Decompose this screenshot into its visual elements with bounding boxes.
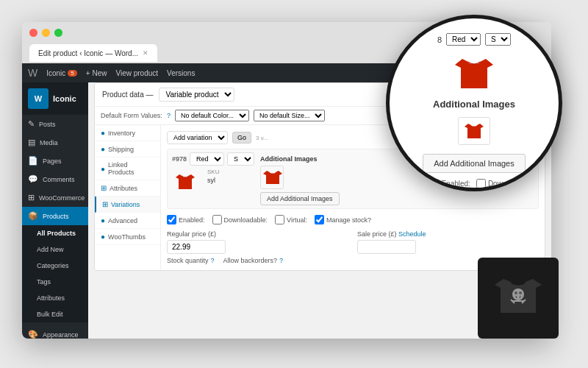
enabled-label: Enabled: (179, 216, 205, 224)
woocommerce-icon: ⊞ (28, 193, 35, 202)
adminbar-new[interactable]: + New (86, 69, 107, 77)
variation-selects: #978 Red S (172, 152, 254, 166)
adminbar-versions[interactable]: Versions (167, 69, 195, 77)
appearance-icon: 🎨 (28, 330, 38, 339)
magnify-small-shirt-svg (461, 118, 487, 144)
products-icon: 📦 (28, 211, 38, 221)
downloadable-checkbox[interactable] (212, 215, 222, 224)
variation-body: SKU syl (172, 169, 254, 198)
minimize-button[interactable] (42, 29, 50, 37)
media-icon: ▤ (28, 138, 35, 147)
enabled-checkbox[interactable] (167, 215, 176, 224)
posts-icon: ✎ (28, 119, 35, 129)
allow-backorders-label: Allow backorders? (223, 257, 278, 264)
add-additional-images-button[interactable]: Add Additional Images (260, 192, 340, 205)
attributes-icon: ⊞ (101, 184, 107, 192)
submenu-all-products[interactable]: All Products (22, 225, 88, 241)
virtual-checkbox[interactable] (275, 215, 284, 224)
sidebar-item-pages[interactable]: 📄 Pages (22, 152, 88, 170)
tab-advanced[interactable]: ● Advanced (95, 213, 160, 229)
brand-name: Iconic (46, 69, 65, 77)
sidebar-item-posts[interactable]: ✎ Posts (22, 115, 88, 133)
adminbar-view-product[interactable]: View product (115, 69, 158, 77)
magnify-add-images-button[interactable]: Add Additional Images (423, 154, 525, 173)
wp-logo: W (28, 67, 37, 79)
connector-line (243, 230, 360, 231)
magnify-top-bar: 8 Red S (437, 33, 511, 46)
sidebar-item-media[interactable]: ▤ Media (22, 133, 88, 152)
default-size-select[interactable]: No default Size... (254, 110, 325, 121)
sale-price-input[interactable] (357, 240, 416, 254)
price-row: Regular price (£) 22.99 Sale price (£) S… (167, 230, 539, 254)
variation-count: 3 v... (256, 135, 268, 141)
product-type-select[interactable]: Variable product (159, 88, 234, 102)
thumbnail-row (260, 166, 340, 189)
help-icon[interactable]: ? (167, 112, 171, 119)
tab-inventory[interactable]: ● Inventory (95, 125, 160, 141)
sidebar-label-products: Products (43, 213, 69, 220)
submenu-add-new[interactable]: Add New (22, 241, 88, 258)
manage-stock-checkbox[interactable] (315, 215, 324, 224)
schedule-link[interactable]: Schedule (398, 230, 426, 238)
downloadable-checkbox-item: Downloadable: (212, 215, 268, 224)
shipping-icon: ● (101, 145, 105, 153)
submenu-categories[interactable]: Categories (22, 258, 88, 274)
help-backorders-icon[interactable]: ? (279, 257, 283, 264)
tab-woothumbs[interactable]: ● WooThumbs (95, 229, 160, 245)
additional-images-section: Additional Images Add Additional Images (260, 155, 340, 205)
sidebar-item-products[interactable]: 📦 Products (22, 207, 88, 225)
sku-label: SKU (207, 169, 254, 175)
add-variation-select[interactable]: Add variation (167, 131, 228, 144)
tab-close-icon[interactable]: ✕ (143, 49, 148, 57)
sidebar-item-woocommerce[interactable]: ⊞ WooCommerce (22, 188, 88, 207)
tab-shipping[interactable]: ● Shipping (95, 141, 160, 158)
linked-icon: ● (101, 165, 105, 173)
thumb-shirt-svg (261, 166, 284, 189)
advanced-icon: ● (101, 216, 105, 224)
sidebar-item-comments[interactable]: 💬 Comments (22, 170, 88, 188)
close-button[interactable] (29, 29, 37, 37)
default-values-label: Default Form Values: (101, 112, 162, 119)
sidebar-brand: W Iconic (22, 82, 88, 115)
browser-tab[interactable]: Edit product ‹ Iconic — Word... ✕ (29, 44, 157, 62)
manage-stock-label: Manage stock? (326, 216, 371, 224)
regular-price-input[interactable]: 22.99 (167, 240, 226, 254)
svg-text:W: W (35, 94, 43, 103)
regular-price-field: Regular price (£) 22.99 (167, 230, 348, 254)
svg-point-2 (512, 289, 524, 300)
sidebar-item-appearance[interactable]: 🎨 Appearance (22, 325, 88, 339)
magnify-color-select[interactable]: Red (446, 33, 481, 46)
sku-value: syl (207, 177, 254, 184)
submenu-attributes[interactable]: Attributes (22, 290, 88, 306)
sidebar-label-posts: Posts (39, 121, 56, 128)
submenu-tags[interactable]: Tags (22, 274, 88, 290)
maximize-button[interactable] (54, 29, 62, 37)
magnify-title: Additional Images (433, 99, 515, 110)
product-data-label: Product data — (102, 91, 153, 99)
magnify-size-select[interactable]: S (485, 33, 511, 46)
tab-variations[interactable]: ⊞ Variations (95, 197, 160, 213)
magnify-var-id: 8 (437, 35, 442, 44)
magnify-download-checkbox[interactable] (476, 179, 486, 188)
sidebar-label-woocommerce: WooCommerce (39, 194, 85, 202)
svg-point-3 (514, 291, 517, 294)
submenu-bulk-edit[interactable]: Bulk Edit (22, 306, 88, 322)
enabled-checkbox-item: Enabled: (167, 215, 205, 224)
variation-image[interactable] (172, 169, 201, 198)
go-button[interactable]: Go (232, 132, 251, 144)
help-stock-icon[interactable]: ? (211, 257, 215, 264)
default-color-select[interactable]: No default Color... (175, 110, 249, 121)
woothumbs-icon: ● (101, 233, 105, 241)
stock-quantity-label: Stock quantity (167, 257, 209, 264)
pages-icon: 📄 (28, 156, 38, 166)
adminbar-brand[interactable]: Iconic 5 (46, 69, 77, 77)
brand-text: Iconic (53, 94, 76, 103)
tab-attributes[interactable]: ⊞ Attributes (95, 180, 160, 197)
downloadable-label: Downloadable: (224, 216, 268, 224)
virtual-label: Virtual: (287, 216, 307, 224)
tab-linked-products[interactable]: ● Linked Products (95, 158, 160, 180)
variation-color-select[interactable]: Red (190, 152, 224, 166)
additional-image-thumb[interactable] (260, 166, 284, 189)
magnify-small-thumb[interactable] (458, 117, 490, 145)
variation-size-select[interactable]: S (227, 152, 254, 166)
